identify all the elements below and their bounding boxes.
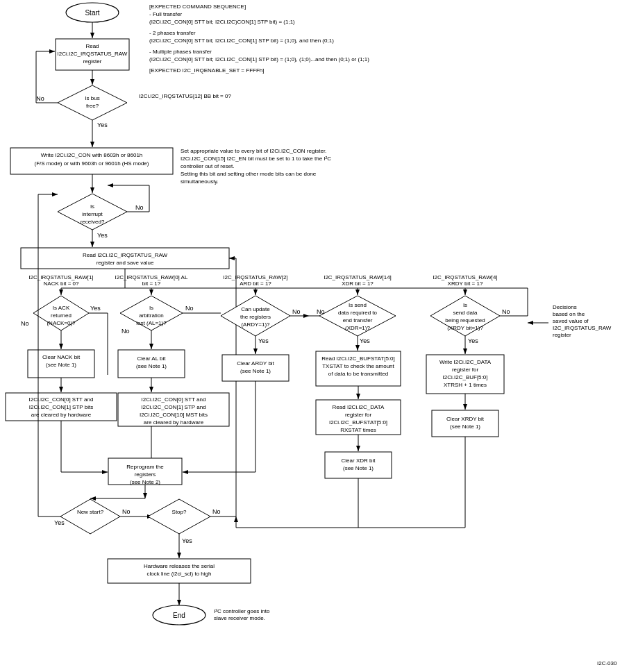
svg-text:RXSTAT times: RXSTAT times [340,427,376,433]
svg-text:(XRDY bit=1)?: (XRDY bit=1)? [447,325,483,331]
svg-text:No: No [122,508,131,515]
svg-text:(I2Ci.I2C_CON[0] STT bit; I2Ci: (I2Ci.I2C_CON[0] STT bit; I2Ci.I2C_CON[1… [149,37,334,44]
svg-text:register for: register for [345,412,372,418]
svg-text:Yes: Yes [182,537,192,544]
svg-text:New start?: New start? [77,509,104,515]
start-label: Start [85,9,99,17]
svg-text:Is: Is [149,305,153,311]
svg-text:lost (AL=1)?: lost (AL=1)? [136,320,167,326]
svg-text:(XDR=1)?: (XDR=1)? [345,325,370,331]
svg-text:Clear ARDY bit: Clear ARDY bit [237,360,274,367]
svg-text:received?: received? [81,219,105,225]
svg-text:based on the: based on the [553,311,585,317]
svg-text:register: register [553,332,571,338]
svg-text:No: No [502,308,510,315]
svg-text:slave receiver mode.: slave receiver mode. [214,615,265,621]
svg-text:TXSTAT to check the amount: TXSTAT to check the amount [322,363,394,369]
svg-text:are cleared by hardware: are cleared by hardware [31,412,92,418]
svg-text:No: No [36,95,44,102]
svg-text:register: register [83,58,102,65]
svg-text:Yes: Yes [54,519,65,526]
svg-text:Set appropriate value to every: Set appropriate value to every bit of I2… [181,148,326,154]
svg-text:register and save value: register and save value [97,260,154,266]
svg-text:Read I2Ci.I2C_DATA: Read I2Ci.I2C_DATA [333,404,385,410]
svg-text:Clear XRDY bit: Clear XRDY bit [446,416,485,422]
svg-text:[EXPECTED I2C_IRQENABLE_SET = : [EXPECTED I2C_IRQENABLE_SET = FFFFh] [149,67,264,74]
svg-text:I2C-030: I2C-030 [597,660,617,666]
svg-text:I2Ci.I2C_IRQSTATUS_RAW: I2Ci.I2C_IRQSTATUS_RAW [58,51,128,57]
svg-text:I2Ci.I2C_CON[0] STT and: I2Ci.I2C_CON[0] STT and [29,396,94,403]
svg-text:are cleared by hardware: are cleared by hardware [144,419,204,426]
svg-text:Is send: Is send [349,302,367,308]
svg-text:I2C_IRQSTATUS_RAW[4]: I2C_IRQSTATUS_RAW[4] [433,274,497,280]
svg-text:Yes: Yes [97,232,108,239]
svg-text:No: No [121,328,130,335]
svg-text:(I2Ci.I2C_CON[0] STT bit; I2Ci: (I2Ci.I2C_CON[0] STT bit; I2Ci.I2C_CON[1… [149,56,369,62]
svg-text:Yes: Yes [97,121,108,128]
svg-text:end transfer: end transfer [343,317,373,324]
svg-text:I2Ci.I2C_CON[1] STP and: I2Ci.I2C_CON[1] STP and [141,404,206,410]
svg-text:No: No [317,308,325,315]
svg-text:Decisions: Decisions [553,304,577,310]
svg-text:I2C_IRQSTATUS_RAW[14]: I2C_IRQSTATUS_RAW[14] [324,274,392,280]
svg-text:Clear AL bit: Clear AL bit [137,355,166,362]
bb-bit-label: I2Ci.I2C_IRQSTATUS[12] BB bit = 0? [139,93,231,99]
svg-text:Is ACK: Is ACK [53,305,70,311]
svg-text:Reprogram the: Reprogram the [126,464,164,470]
svg-text:- 2 phases transfer: - 2 phases transfer [149,30,196,36]
svg-text:XDR bit = 1?: XDR bit = 1? [342,280,374,287]
svg-text:(NACK=0)?: (NACK=0)? [47,320,76,326]
svg-marker-99 [148,499,210,534]
svg-text:Read I2Ci.I2C_BUFSTAT[5:0]: Read I2Ci.I2C_BUFSTAT[5:0] [321,355,395,362]
svg-text:arbitration: arbitration [139,312,164,319]
svg-text:XRDY bit = 1?: XRDY bit = 1? [448,280,483,287]
svg-text:Write I2Ci.I2C_DATA: Write I2Ci.I2C_DATA [439,359,492,365]
svg-text:No: No [292,308,301,315]
svg-text:End: End [173,612,185,619]
svg-text:I2Ci.I2C_BUF[5:0]: I2Ci.I2C_BUF[5:0] [443,374,488,380]
svg-text:(see Note 1): (see Note 1) [46,362,76,368]
svg-text:No: No [212,508,221,515]
svg-text:(F/S mode) or with 9603h or 96: (F/S mode) or with 9603h or 9601h (HS mo… [35,160,149,167]
svg-text:Read I2Ci.I2C_IRQSTATUS_RAW: Read I2Ci.I2C_IRQSTATUS_RAW [83,252,168,258]
svg-text:(see Note 2): (see Note 2) [130,479,160,485]
svg-text:(I2Ci.I2C_CON[0] STT bit; I2Ci: (I2Ci.I2C_CON[0] STT bit; I2Ci.I2C)CON[1… [149,19,295,25]
svg-text:Is: Is [90,203,94,210]
svg-text:returned: returned [51,312,72,319]
svg-text:Yes: Yes [258,337,269,344]
svg-text:registers: registers [135,471,156,478]
svg-text:Stop?: Stop? [172,509,187,515]
svg-text:register for: register for [452,367,479,373]
svg-text:Yes: Yes [90,305,101,312]
svg-text:I2Ci.I2C_BUFSTAT[5:0]: I2Ci.I2C_BUFSTAT[5:0] [329,419,387,426]
svg-text:Setting this bit and setting o: Setting this bit and setting other mode … [181,171,317,177]
svg-text:being requested: being requested [445,317,485,324]
svg-text:I2Ci.I2C_CON[15] I2C_EN bit mu: I2Ci.I2C_CON[15] I2C_EN bit must be set … [181,156,331,162]
flowchart-container: Start Read I2Ci.I2C_IRQSTATUS_RAW regist… [0,0,629,672]
svg-text:Read: Read [85,43,99,49]
svg-text:(see Note 1): (see Note 1) [240,368,271,374]
svg-text:I2Ci.I2C_CON[1] STP bits: I2Ci.I2C_CON[1] STP bits [29,404,93,410]
svg-text:bit = 1?: bit = 1? [142,280,161,287]
svg-text:(ARDY=1)?: (ARDY=1)? [241,321,270,328]
svg-text:(see Note 1): (see Note 1) [343,465,374,471]
svg-text:Can update: Can update [241,306,270,312]
svg-text:the registers: the registers [240,314,271,320]
svg-text:Is bus: Is bus [85,95,99,101]
svg-text:No: No [185,305,194,312]
svg-text:(see Note 1): (see Note 1) [450,423,480,430]
svg-text:free?: free? [86,103,99,109]
svg-text:ARD bit = 1?: ARD bit = 1? [240,280,271,287]
svg-text:No: No [135,204,144,211]
svg-text:Clear XDR bit: Clear XDR bit [342,457,376,464]
svg-text:controller out of reset.: controller out of reset. [181,163,234,169]
svg-text:XTRSH + 1 times: XTRSH + 1 times [444,382,487,388]
svg-text:Yes: Yes [360,337,370,344]
svg-text:of data to be transmitted: of data to be transmitted [328,371,388,377]
svg-text:I2Ci.I2C_CON[0] STT and: I2Ci.I2C_CON[0] STT and [142,396,206,403]
svg-text:- Full transfer: - Full transfer [149,11,182,17]
svg-text:No: No [21,320,29,327]
svg-text:simultaneously.: simultaneously. [181,178,219,185]
svg-text:interrupt: interrupt [82,211,103,217]
svg-text:send data: send data [453,310,478,316]
